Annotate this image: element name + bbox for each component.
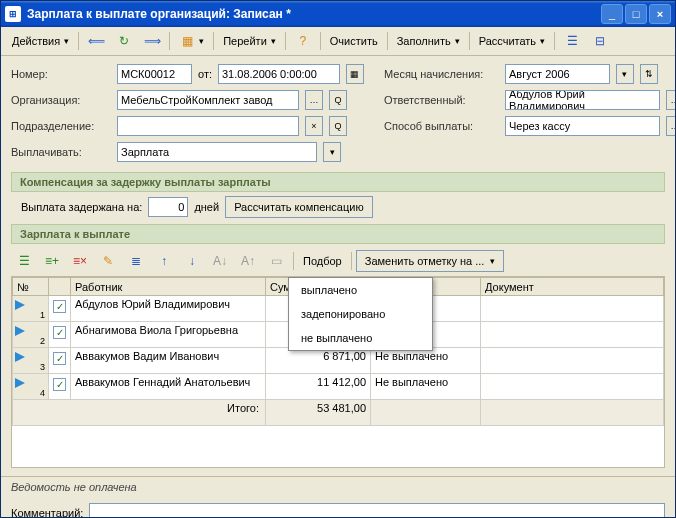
- pay-dd-button[interactable]: ▾: [323, 142, 341, 162]
- grid-az-icon[interactable]: A↓: [207, 250, 233, 272]
- row-indicator: 1: [13, 296, 49, 322]
- cell-doc[interactable]: [481, 296, 664, 322]
- month-dd-button[interactable]: ▾: [616, 64, 634, 84]
- minimize-button[interactable]: _: [601, 4, 623, 24]
- table-row[interactable]: 4✓Аввакумов Геннадий Анатольевич11 412,0…: [13, 374, 664, 400]
- row-indicator: 3: [13, 348, 49, 374]
- grid-del-icon[interactable]: ≡×: [67, 250, 93, 272]
- maximize-button[interactable]: □: [625, 4, 647, 24]
- grid-edit-icon[interactable]: ✎: [95, 250, 121, 272]
- row-checkbox[interactable]: ✓: [49, 296, 71, 322]
- refresh-icon[interactable]: ↻: [111, 30, 137, 52]
- cell-sum[interactable]: 6 871,00: [266, 348, 371, 374]
- month-step-button[interactable]: ⇅: [640, 64, 658, 84]
- window-title: Зарплата к выплате организаций: Записан …: [27, 7, 599, 21]
- svg-marker-1: [15, 326, 25, 336]
- close-button[interactable]: ×: [649, 4, 671, 24]
- cell-employee[interactable]: Аввакумов Вадим Иванович: [71, 348, 266, 374]
- division-label: Подразделение:: [11, 120, 111, 132]
- number-input[interactable]: МСК00012: [117, 64, 192, 84]
- cell-employee[interactable]: Аввакумов Геннадий Анатольевич: [71, 374, 266, 400]
- menu-item-deposited[interactable]: задепонировано: [289, 302, 432, 326]
- col-doc[interactable]: Документ: [481, 278, 664, 296]
- view2-icon[interactable]: ⊟: [587, 30, 613, 52]
- actions-menu[interactable]: Действия▾: [7, 30, 74, 52]
- cell-doc[interactable]: [481, 322, 664, 348]
- replace-mark-menu: выплачено задепонировано не выплачено: [288, 277, 433, 351]
- grid-up-icon[interactable]: ↑: [151, 250, 177, 272]
- svg-marker-0: [15, 300, 25, 310]
- pay-label: Выплачивать:: [11, 146, 111, 158]
- from-label: от:: [198, 68, 212, 80]
- menu-item-paid[interactable]: выплачено: [289, 278, 432, 302]
- org-input[interactable]: МебельСтройКомплект завод: [117, 90, 299, 110]
- month-input[interactable]: Август 2006: [505, 64, 610, 84]
- resp-input[interactable]: Абдулов Юрий Владимирович: [505, 90, 660, 110]
- cell-doc[interactable]: [481, 348, 664, 374]
- svg-marker-3: [15, 378, 25, 388]
- app-icon: ⊞: [5, 6, 21, 22]
- grid-za-icon[interactable]: A↑: [235, 250, 261, 272]
- cell-status[interactable]: Не выплачено: [371, 348, 481, 374]
- comment-label: Комментарий:: [11, 507, 83, 518]
- grid-down-icon[interactable]: ↓: [179, 250, 205, 272]
- nav-right-icon[interactable]: ⟹: [139, 30, 165, 52]
- col-n[interactable]: №: [13, 278, 49, 296]
- org-open-button[interactable]: Q: [329, 90, 347, 110]
- row-indicator: 2: [13, 322, 49, 348]
- col-check[interactable]: [49, 278, 71, 296]
- comment-input[interactable]: [89, 503, 665, 518]
- row-checkbox[interactable]: ✓: [49, 348, 71, 374]
- go-menu[interactable]: Перейти▾: [218, 30, 281, 52]
- cell-doc[interactable]: [481, 374, 664, 400]
- division-clear-button[interactable]: ×: [305, 116, 323, 136]
- row-indicator: 4: [13, 374, 49, 400]
- grid-sort-icon[interactable]: ≣: [123, 250, 149, 272]
- division-open-button[interactable]: Q: [329, 116, 347, 136]
- row-checkbox[interactable]: ✓: [49, 374, 71, 400]
- main-toolbar: Действия▾ ⟸ ↻ ⟹ ▦▾ Перейти▾ ? Очистить З…: [1, 27, 675, 56]
- compensation-header: Компенсация за задержку выплаты зарплаты: [11, 172, 665, 192]
- payroll-header: Зарплата к выплате: [11, 224, 665, 244]
- cell-employee[interactable]: Абдулов Юрий Владимирович: [71, 296, 266, 322]
- view1-icon[interactable]: ☰: [559, 30, 585, 52]
- date-input[interactable]: 31.08.2006 0:00:00: [218, 64, 340, 84]
- svg-marker-2: [15, 352, 25, 362]
- nav-left-icon[interactable]: ⟸: [83, 30, 109, 52]
- grid-file-icon[interactable]: ▭: [263, 250, 289, 272]
- col-emp[interactable]: Работник: [71, 278, 266, 296]
- delay-label: Выплата задержана на:: [21, 201, 142, 213]
- method-pick-button[interactable]: …: [666, 116, 676, 136]
- org-pick-button[interactable]: …: [305, 90, 323, 110]
- sheet-status: Ведомость не оплачена: [1, 476, 675, 497]
- cell-employee[interactable]: Абнагимова Виола Григорьевна: [71, 322, 266, 348]
- row-checkbox[interactable]: ✓: [49, 322, 71, 348]
- cell-sum[interactable]: 11 412,00: [266, 374, 371, 400]
- menu-item-unpaid[interactable]: не выплачено: [289, 326, 432, 350]
- date-picker-button[interactable]: ▦: [346, 64, 364, 84]
- resp-pick-button[interactable]: …: [666, 90, 676, 110]
- clear-button[interactable]: Очистить: [325, 30, 383, 52]
- replace-mark-button[interactable]: Заменить отметку на ...▾: [356, 250, 504, 272]
- division-input[interactable]: [117, 116, 299, 136]
- calc-compensation-button[interactable]: Рассчитать компенсацию: [225, 196, 373, 218]
- payroll-grid[interactable]: № Работник Сумма Документ 1✓Абдулов Юрий…: [11, 276, 665, 468]
- grid-add2-icon[interactable]: ≡+: [39, 250, 65, 272]
- calc-menu[interactable]: Рассчитать▾: [474, 30, 550, 52]
- number-label: Номер:: [11, 68, 111, 80]
- cell-status[interactable]: Не выплачено: [371, 374, 481, 400]
- org-label: Организация:: [11, 94, 111, 106]
- pay-input[interactable]: Зарплата: [117, 142, 317, 162]
- method-input[interactable]: Через кассу: [505, 116, 660, 136]
- table-row[interactable]: 3✓Аввакумов Вадим Иванович6 871,00Не вып…: [13, 348, 664, 374]
- grid-add-icon[interactable]: ☰: [11, 250, 37, 272]
- days-suffix: дней: [194, 201, 219, 213]
- post-icon[interactable]: ▦▾: [174, 30, 209, 52]
- method-label: Способ выплаты:: [384, 120, 499, 132]
- fill-menu[interactable]: Заполнить▾: [392, 30, 465, 52]
- month-label: Месяц начисления:: [384, 68, 499, 80]
- totals-value: 53 481,00: [266, 400, 371, 426]
- select-button[interactable]: Подбор: [298, 250, 347, 272]
- delay-input[interactable]: 0: [148, 197, 188, 217]
- help-icon[interactable]: ?: [290, 30, 316, 52]
